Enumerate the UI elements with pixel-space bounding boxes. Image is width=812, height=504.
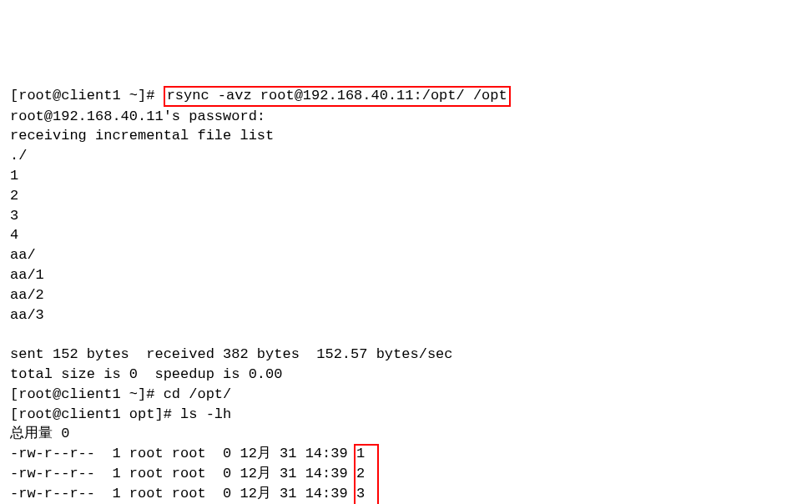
summary-line-1: sent 152 bytes received 382 bytes 152.57…: [10, 346, 453, 362]
ls-row: -rw-r--r-- 1 root root 0 12月 31 14:39: [10, 446, 356, 461]
file-line: aa/3: [10, 307, 44, 323]
ls-row: -rw-r--r-- 1 root root 0 12月 31 14:39: [10, 466, 356, 481]
file-line: ./: [10, 148, 27, 164]
summary-line-2: total size is 0 speedup is 0.00: [10, 366, 282, 382]
file-line: 2: [10, 188, 18, 204]
file-line: 3: [10, 208, 18, 224]
password-prompt: root@192.168.40.11's password:: [10, 108, 265, 124]
ls-total: 总用量 0: [10, 426, 69, 441]
file-line: 4: [10, 227, 18, 243]
ls-rows: -rw-r--r-- 1 root root 0 12月 31 14:39 1 …: [10, 444, 802, 504]
file-line: aa/1: [10, 267, 44, 283]
prompt-3-prefix: [root@client1 opt]#: [10, 406, 180, 422]
terminal-content: [root@client1 ~]# rsync -avz root@192.16…: [10, 86, 802, 504]
receiving-line: receiving incremental file list: [10, 128, 274, 144]
file-line: aa/: [10, 247, 36, 263]
file-line: aa/2: [10, 287, 44, 303]
ls-command: ls -lh: [180, 406, 231, 422]
file-line: 1: [10, 168, 18, 184]
ls-filename: 1: [356, 446, 365, 461]
ls-filename: 3: [356, 486, 365, 501]
rsync-command-highlight: rsync -avz root@192.168.40.11:/opt/ /opt: [164, 86, 511, 106]
cd-command: cd /opt/: [164, 386, 232, 402]
ls-row: -rw-r--r-- 1 root root 0 12月 31 14:39: [10, 486, 356, 501]
ls-filename: 2: [356, 466, 365, 481]
prompt-1-prefix: [root@client1 ~]#: [10, 88, 164, 103]
prompt-2-prefix: [root@client1 ~]#: [10, 386, 164, 402]
